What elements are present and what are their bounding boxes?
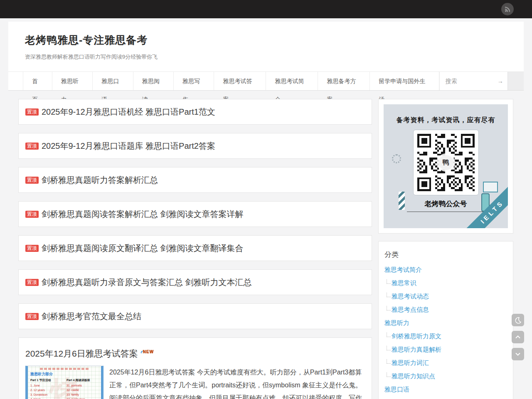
new-icon: NEW: [140, 346, 154, 357]
category-link[interactable]: 雅思听力知识点: [392, 372, 435, 379]
pinned-badge: 置顶: [25, 108, 39, 116]
pinned-post: 置顶2025年9-12月雅思口语机经 雅思口语Part1范文: [18, 99, 372, 125]
post-title: 置顶剑桥雅思真题阅读答案解析汇总 剑雅阅读文章答案详解: [25, 209, 365, 219]
post-title-link[interactable]: 2025年9-12月雅思口语机经 雅思口语Part1范文: [42, 107, 215, 116]
nav-item-intro: 雅思考试简介: [266, 72, 318, 90]
pinned-badge: 置顶: [25, 313, 39, 320]
moon-icon: [514, 316, 522, 324]
category-item-child: 雅思听力知识点: [384, 372, 507, 380]
post-body: 烤 雅思听力部分 Part 1 节目活动 1. June 2. 12 years…: [25, 366, 365, 399]
post-title: 2025年12月6日雅思考试答案NEW: [25, 346, 365, 358]
page-wrapper: 老烤鸭雅思-专注雅思备考 资深雅思教师解析雅思口语听力写作阅读9分经验带你飞 首…: [8, 22, 524, 399]
nav-item-abroad: 留学申请与国外生活: [370, 72, 439, 90]
nav-item-reading: 雅思阅读: [133, 72, 174, 90]
category-item: 雅思考试简介: [384, 266, 507, 274]
nav-tail-filler: [507, 72, 524, 90]
site-title: 老烤鸭雅思-专注雅思备考: [25, 33, 507, 47]
category-item-child: 雅思听力真题解析: [384, 346, 507, 354]
thumbnail-col1: Part 1 节目活动 1. June 2. 12 years 3. Donal…: [30, 378, 62, 399]
qr-center-logo: 鸭: [438, 155, 453, 170]
post-title: 置顶剑桥雅思真题听力答案解析汇总: [25, 175, 365, 185]
post-title-link[interactable]: 2025年9-12月雅思口语题库 雅思口语Part2答案: [42, 141, 215, 150]
chevron-up-icon: [514, 333, 522, 341]
category-link[interactable]: 雅思考试简介: [384, 266, 422, 273]
search-submit-button[interactable]: →: [493, 78, 507, 84]
rss-link[interactable]: [501, 3, 514, 15]
site-subtitle: 资深雅思教师解析雅思口语听力写作阅读9分经验带你飞: [25, 53, 507, 61]
sidebar: 备考资料，考试资讯，应有尽有: [378, 99, 513, 399]
pinned-badge: 置顶: [25, 177, 39, 184]
wechat-qr-image: 备考资料，考试资讯，应有尽有: [384, 104, 508, 228]
gear-icon: [392, 154, 401, 163]
category-link[interactable]: 雅思常识: [392, 279, 416, 286]
post-title: 置顶2025年9-12月雅思口语机经 雅思口语Part1范文: [25, 107, 365, 116]
category-item-child: 雅思听力词汇: [384, 359, 507, 367]
site-header: 老烤鸭雅思-专注雅思备考 资深雅思教师解析雅思口语听力写作阅读9分经验带你飞: [8, 22, 524, 71]
lighthouse-illustration: [399, 192, 405, 210]
nav-item-answers: 雅思考试答案: [214, 72, 266, 90]
post-title-link[interactable]: 剑桥雅思真题听力答案解析汇总: [42, 175, 158, 185]
pinned-badge: 置顶: [25, 143, 39, 150]
pinned-post: 置顶剑桥雅思真题阅读答案解析汇总 剑雅阅读文章答案详解: [18, 201, 372, 227]
pinned-post: 置顶剑桥雅思考官范文最全总结: [18, 303, 372, 329]
post-title-link[interactable]: 剑桥雅思真题阅读答案解析汇总 剑雅阅读文章答案详解: [42, 209, 244, 219]
category-item-child: 剑桥雅思听力原文: [384, 332, 507, 340]
nav-item-plan: 雅思备考方案: [318, 72, 370, 90]
nav-list: 首页 雅思听力 雅思口语 雅思阅读 雅思写作 雅思考试答案 雅思考试简介 雅思备…: [23, 72, 439, 90]
house-illustration: [483, 182, 498, 192]
pinned-post: 置顶剑桥雅思真题听力答案解析汇总: [18, 167, 372, 193]
post-title: 置顶2025年9-12月雅思口语题库 雅思口语Part2答案: [25, 141, 365, 150]
chevron-down-icon: [514, 350, 522, 358]
rss-icon: [504, 6, 511, 12]
new-spark-icon: [140, 350, 143, 353]
post-title: 置顶剑桥雅思考官范文最全总结: [25, 312, 365, 321]
category-link[interactable]: 雅思听力: [384, 319, 409, 326]
floating-buttons: [512, 314, 524, 360]
pinned-badge: 置顶: [25, 245, 39, 252]
category-link[interactable]: 剑桥雅思听力原文: [392, 332, 441, 340]
pinned-post: 置顶剑桥雅思真题阅读原文翻译汇总 剑雅阅读文章翻译集合: [18, 235, 372, 261]
thumbnail-answer-columns: Part 1 节目活动 1. June 2. 12 years 3. Donal…: [30, 378, 99, 399]
category-item-child: 雅思常识: [384, 279, 507, 287]
qr-top-text: 备考资料，考试资讯，应有尽有: [384, 104, 508, 125]
scroll-bottom-button[interactable]: [512, 348, 524, 360]
post-title-link[interactable]: 剑桥雅思真题阅读原文翻译汇总 剑雅阅读文章翻译集合: [42, 244, 244, 253]
category-link[interactable]: 雅思听力真题解析: [392, 346, 441, 353]
nav-item-speaking: 雅思口语: [93, 72, 133, 90]
content-area: 置顶2025年9-12月雅思口语机经 雅思口语Part1范文 置顶2025年9-…: [8, 91, 524, 399]
thumbnail-col2: Part 4 阅读训练班 31. portraits 32. castle 33…: [66, 378, 99, 399]
post-title-link[interactable]: 剑桥雅思考官范文最全总结: [42, 312, 141, 321]
qr-code: 鸭: [413, 130, 479, 195]
search-input[interactable]: [440, 78, 493, 84]
thumbnail-cropped-title: [40, 368, 89, 370]
post-title: 置顶剑桥雅思真题听力录音原文与答案汇总 剑雅听力文本汇总: [25, 278, 365, 287]
category-item-child: 雅思考试动态: [384, 293, 507, 300]
pinned-badge: 置顶: [25, 211, 39, 218]
pinned-badge: 置顶: [25, 279, 39, 286]
post-thumbnail[interactable]: 烤 雅思听力部分 Part 1 节目活动 1. June 2. 12 years…: [25, 366, 103, 399]
pinned-post: 置顶剑桥雅思真题听力录音原文与答案汇总 剑雅听力文本汇总: [18, 269, 372, 295]
scroll-top-button[interactable]: [512, 331, 524, 343]
categories-widget: 分类 雅思考试简介 雅思常识 雅思考试动态 雅思考点信息 雅思听力 剑桥雅思听力…: [378, 241, 513, 399]
latest-post: 2025年12月6日雅思考试答案NEW 烤 雅思听力部分 Part 1 节目活动…: [18, 337, 372, 399]
category-item: 雅思口语: [384, 386, 507, 394]
categories-heading: 分类: [384, 250, 507, 259]
top-bar: [0, 0, 532, 18]
post-title-link[interactable]: 剑桥雅思真题听力录音原文与答案汇总 剑雅听力文本汇总: [42, 278, 252, 287]
post-excerpt: 2025年12月6日雅思考试答案 今天的考试难度有些大。听力部分，从Part1到…: [109, 366, 365, 399]
category-item-child: 雅思考点信息: [384, 306, 507, 314]
category-link[interactable]: 雅思口语: [384, 386, 409, 393]
categories-list: 雅思考试简介 雅思常识 雅思考试动态 雅思考点信息 雅思听力 剑桥雅思听力原文 …: [384, 266, 508, 394]
category-item: 雅思听力: [384, 319, 507, 327]
night-mode-button[interactable]: [512, 314, 524, 326]
main-nav: 首页 雅思听力 雅思口语 雅思阅读 雅思写作 雅思考试答案 雅思考试简介 雅思备…: [8, 71, 524, 91]
nav-item-listening: 雅思听力: [52, 72, 93, 90]
pinned-post: 置顶2025年9-12月雅思口语题库 雅思口语Part2答案: [18, 133, 372, 159]
category-link[interactable]: 雅思听力词汇: [392, 359, 429, 366]
post-title: 置顶剑桥雅思真题阅读原文翻译汇总 剑雅阅读文章翻译集合: [25, 244, 365, 253]
search-form: →: [439, 72, 507, 90]
post-title-link[interactable]: 2025年12月6日雅思考试答案: [25, 349, 138, 358]
nav-item-home: 首页: [23, 72, 52, 90]
category-link[interactable]: 雅思考点信息: [392, 306, 429, 313]
category-link[interactable]: 雅思考试动态: [392, 293, 429, 300]
